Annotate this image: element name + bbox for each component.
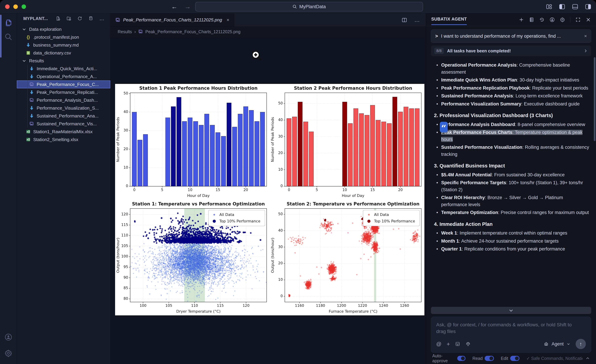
tree-item[interactable]: Results: [17, 57, 110, 65]
agent-footer-bar: Auto-approve Read Edit ✓ Safe Commands, …: [426, 353, 596, 364]
previous-query-pill[interactable]: > I want to understand performance of my…: [431, 30, 591, 43]
tree-item-label: Performance_Visualization_S...: [37, 105, 99, 111]
read-toggle[interactable]: [485, 356, 494, 361]
command-search-bar[interactable]: MyPlantData: [195, 2, 423, 11]
charts-figure[interactable]: [115, 84, 425, 315]
server-list-icon[interactable]: [529, 17, 534, 22]
markdown-down-arrow-icon: [30, 74, 34, 79]
refresh-icon[interactable]: [77, 16, 82, 21]
toggle-left-sidebar-icon[interactable]: [559, 4, 565, 9]
tasks-count-badge: 8/8: [434, 48, 444, 54]
close-panel-icon[interactable]: [586, 17, 591, 22]
expand-panel-icon[interactable]: [575, 17, 581, 22]
settings-gear-icon[interactable]: [560, 17, 565, 22]
svg-text:X: X: [27, 138, 28, 141]
back-button[interactable]: ←: [171, 3, 178, 10]
send-button[interactable]: ↑: [576, 339, 586, 349]
tree-item[interactable]: Operational_Performance_A...: [17, 73, 110, 81]
explorer-project-title: MYPLANT...: [23, 16, 48, 21]
tree-item[interactable]: Data exploration: [17, 25, 110, 33]
settings-gear-icon[interactable]: [4, 349, 12, 357]
account-icon[interactable]: [550, 17, 555, 22]
tree-item[interactable]: Performance_Analysis_Dash...: [17, 96, 110, 104]
split-editor-icon[interactable]: [402, 17, 407, 23]
bullet-item: Peak Performance Replication Playbook: R…: [435, 85, 589, 92]
tree-item[interactable]: XStation1_RawMaterialMix.xlsx: [17, 128, 110, 136]
markdown-down-arrow-icon: [30, 90, 34, 95]
new-file-icon[interactable]: [55, 16, 60, 21]
scroll-to-bottom-button[interactable]: [431, 307, 591, 314]
tree-item[interactable]: business_summary.md: [17, 41, 110, 49]
layout-grid-icon[interactable]: [546, 4, 552, 9]
tasks-summary-bar[interactable]: 8/8 All tasks have been completed!: [431, 45, 591, 56]
chevron-down-icon[interactable]: [566, 342, 571, 346]
tree-item[interactable]: XStation2_Smelting.xlsx: [17, 136, 110, 143]
scales-icon[interactable]: [465, 342, 471, 347]
mention-context-icon[interactable]: @: [436, 341, 441, 347]
search-icon: [292, 4, 297, 9]
chevron-up-icon[interactable]: [586, 356, 590, 361]
collapse-all-icon[interactable]: [88, 16, 93, 21]
tree-item[interactable]: Immediate_Quick_Wins_Acti...: [17, 65, 110, 73]
tree-item-label: Immediate_Quick_Wins_Acti...: [37, 66, 97, 71]
minimize-window-button[interactable]: [13, 4, 18, 9]
excel-file-icon: X: [26, 129, 30, 134]
markdown-down-arrow-icon: [30, 114, 34, 118]
breadcrumb-file[interactable]: Peak_Performance_Focus_Charts_12112025.p…: [145, 29, 240, 34]
tree-item-label: Sustained_Performance_Vis...: [37, 121, 97, 126]
forward-button[interactable]: →: [185, 3, 191, 10]
image-preview-viewport: [111, 37, 426, 364]
zoom-window-button[interactable]: [22, 4, 26, 9]
tab-strip: Peak_Performance_Focus_Charts_12112025.p…: [111, 13, 426, 27]
tree-item[interactable]: Peak_Performance_Focus_C...: [17, 81, 110, 88]
tree-item-label: Sustained_Performance_Ana...: [37, 113, 98, 119]
excel-file-icon: X: [26, 137, 30, 142]
tree-item[interactable]: Sustained_Performance_Vis...: [17, 120, 110, 128]
indent-guide: [27, 120, 28, 128]
activity-bar: [0, 13, 17, 364]
chat-input-box[interactable]: Ask, @ for context, / for commands & wor…: [431, 317, 591, 353]
tree-item-label: Results: [29, 58, 44, 64]
query-close-icon[interactable]: ×: [584, 33, 587, 39]
tab-image-preview[interactable]: Peak_Performance_Focus_Charts_12112025.p…: [111, 13, 234, 27]
editor-more-actions-icon[interactable]: …: [414, 17, 420, 23]
auto-approve-toggle[interactable]: [457, 356, 465, 361]
indent-guide: [27, 88, 28, 96]
tree-item[interactable]: Peak_Performance_Replicati...: [17, 88, 110, 96]
attach-icon[interactable]: +: [447, 341, 450, 347]
explorer-icon[interactable]: [4, 19, 12, 27]
new-folder-icon[interactable]: [67, 16, 71, 21]
more-actions-icon[interactable]: …: [99, 15, 105, 21]
kanban-icon[interactable]: [455, 342, 460, 347]
account-icon[interactable]: [4, 333, 12, 341]
agent-panel: SUBATIX AGENT > I want to understand per…: [426, 13, 596, 364]
panel-scrollbar[interactable]: [594, 57, 596, 141]
tree-item-label: Operational_Performance_A...: [37, 74, 97, 79]
breadcrumb-parent[interactable]: Results: [118, 29, 132, 34]
tree-item-label: Performance_Analysis_Dash...: [37, 98, 98, 103]
breadcrumb[interactable]: Results › Peak_Performance_Focus_Charts_…: [111, 27, 426, 37]
breadcrumb-separator: ›: [134, 29, 136, 34]
svg-text:X: X: [27, 130, 28, 133]
new-chat-icon[interactable]: [519, 17, 524, 22]
tab-close-icon[interactable]: ×: [227, 17, 229, 23]
toggle-right-sidebar-icon[interactable]: [585, 4, 591, 9]
section-heading: 4. Immediate Action Plan: [434, 221, 589, 228]
tree-item[interactable]: Performance_Visualization_S...: [17, 104, 110, 112]
agent-mode-selector[interactable]: Agent: [551, 342, 564, 347]
tree-item[interactable]: data_dictionary.csv: [17, 49, 110, 57]
search-view-icon[interactable]: [4, 33, 12, 41]
tree-item[interactable]: {}.protocol_manifest.json: [17, 33, 110, 41]
close-window-button[interactable]: [5, 4, 10, 9]
edit-toggle[interactable]: [510, 356, 520, 361]
chart-station1-temp-scatter: [115, 200, 270, 315]
agent-panel-tab[interactable]: SUBATIX AGENT: [431, 17, 467, 22]
quote-selection-button[interactable]: “: [440, 122, 448, 132]
chart-station2-peak-hours: [270, 84, 425, 200]
indent-guide: [27, 65, 28, 73]
bullet-item: Specific Performance Targets: 100+ tons/…: [435, 179, 589, 193]
toggle-bottom-panel-icon[interactable]: [572, 4, 578, 9]
bullet-list: Week 1: Implement temperature control wi…: [434, 230, 589, 253]
tree-item[interactable]: Sustained_Performance_Ana...: [17, 112, 110, 120]
history-icon[interactable]: [539, 17, 544, 22]
